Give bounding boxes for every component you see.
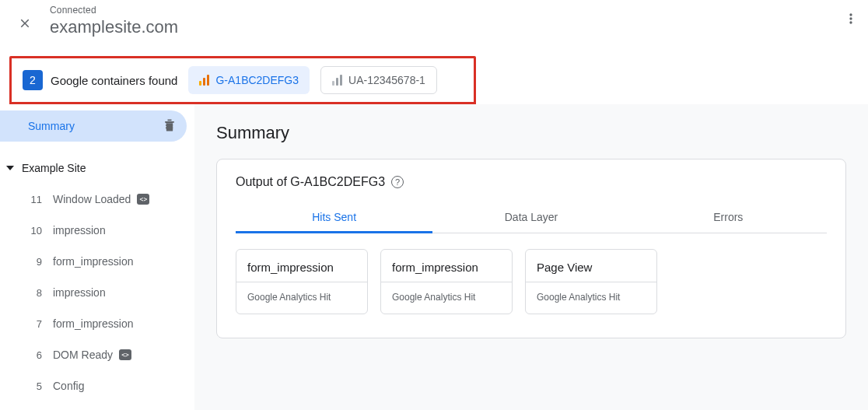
hit-title: form_impression <box>236 250 367 282</box>
sidebar-item-label: DOM Ready <box>53 349 113 361</box>
sidebar-item-label: Config <box>53 380 84 392</box>
sidebar-item-index: 6 <box>23 349 42 361</box>
output-of-label: Output of G-A1BC2DEFG3 <box>236 175 385 189</box>
hit-card[interactable]: Page ViewGoogle Analytics Hit <box>525 249 657 314</box>
hit-subtitle: Google Analytics Hit <box>236 282 367 314</box>
containers-found-bar: 2 Google containers found G-A1BC2DEFG3 U… <box>9 56 476 104</box>
sidebar-item-label: impression <box>53 224 106 237</box>
site-hostname: examplesite.com <box>50 17 178 37</box>
code-badge-icon: <> <box>137 194 149 205</box>
analytics-icon <box>332 75 342 86</box>
containers-count-badge: 2 <box>23 70 43 90</box>
page-title: Summary <box>216 123 846 143</box>
sidebar-item-label: impression <box>53 286 106 299</box>
container-chip-ga4[interactable]: G-A1BC2DEFG3 <box>188 66 310 94</box>
sidebar-group-toggle[interactable]: Example Site <box>0 152 194 184</box>
sidebar-event-item[interactable]: 9form_impression <box>0 246 194 277</box>
sidebar-item-index: 8 <box>23 287 42 299</box>
sidebar-item-label: Window Loaded <box>53 193 131 205</box>
hit-card[interactable]: form_impressionGoogle Analytics Hit <box>380 249 513 314</box>
containers-found-label: Google containers found <box>51 74 177 87</box>
analytics-icon <box>199 75 209 86</box>
hit-card[interactable]: form_impressionGoogle Analytics Hit <box>236 249 368 314</box>
more-options-icon[interactable] <box>843 11 859 30</box>
caret-down-icon <box>6 166 14 170</box>
sidebar-event-item[interactable]: 5Config <box>0 370 194 401</box>
output-card: Output of G-A1BC2DEFG3 ? Hits Sent Data … <box>216 159 846 338</box>
sidebar-item-index: 5 <box>23 380 42 392</box>
tab-errors[interactable]: Errors <box>630 203 827 233</box>
hit-title: form_impression <box>381 250 512 282</box>
sidebar-item-label: form_impression <box>53 255 133 268</box>
output-tabs: Hits Sent Data Layer Errors <box>236 203 827 233</box>
help-icon[interactable]: ? <box>391 176 404 188</box>
hit-subtitle: Google Analytics Hit <box>381 282 512 314</box>
sidebar-event-item[interactable]: 11Window Loaded<> <box>0 184 194 215</box>
hit-subtitle: Google Analytics Hit <box>526 282 656 314</box>
sidebar-event-item[interactable]: 10impression <box>0 215 194 246</box>
sidebar-item-index: 11 <box>23 194 42 205</box>
sidebar: Summary Example Site 11Window Loaded<>10… <box>0 104 194 410</box>
container-chip-label: UA-12345678-1 <box>348 74 425 86</box>
sidebar-item-index: 10 <box>23 225 42 237</box>
hit-title: Page View <box>526 250 656 282</box>
sidebar-item-label: form_impression <box>53 317 133 330</box>
sidebar-summary[interactable]: Summary <box>0 110 187 142</box>
sidebar-item-index: 9 <box>23 256 42 268</box>
code-badge-icon: <> <box>119 349 131 360</box>
sidebar-event-item[interactable]: 8impression <box>0 277 194 308</box>
sidebar-item-index: 7 <box>23 318 42 330</box>
container-chip-label: G-A1BC2DEFG3 <box>215 74 299 86</box>
sidebar-group-label: Example Site <box>22 162 86 174</box>
sidebar-event-item[interactable]: 7form_impression <box>0 308 194 339</box>
connection-status: Connected <box>50 5 178 16</box>
clear-filter-icon[interactable] <box>162 117 177 135</box>
sidebar-event-item[interactable]: 6DOM Ready<> <box>0 339 194 370</box>
close-icon[interactable] <box>9 5 40 42</box>
tab-hits-sent[interactable]: Hits Sent <box>236 203 432 233</box>
container-chip-ua[interactable]: UA-12345678-1 <box>320 66 437 94</box>
sidebar-summary-label: Summary <box>28 120 75 132</box>
tab-data-layer[interactable]: Data Layer <box>432 203 629 233</box>
